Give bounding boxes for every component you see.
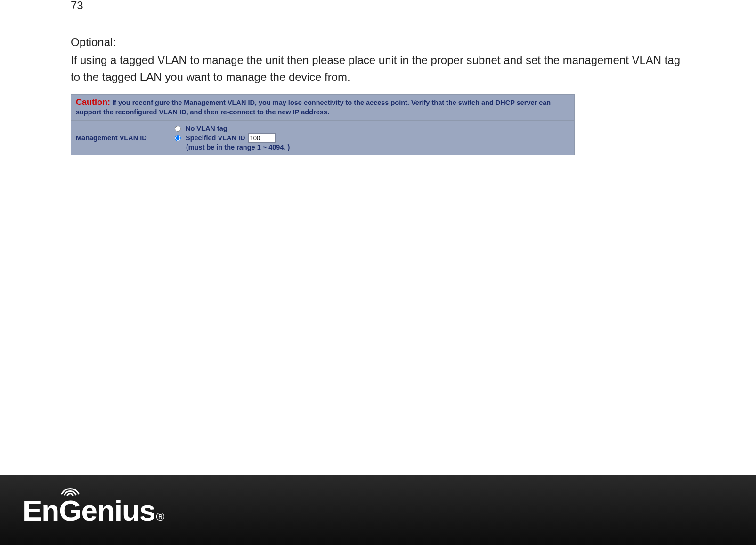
specified-vlan-radio[interactable] [175, 135, 181, 141]
logo-text-g: G [59, 494, 81, 527]
logo-text-en: En [23, 494, 59, 527]
caution-text: If you reconfigure the Management VLAN I… [76, 99, 551, 116]
specified-vlan-option[interactable]: Specified VLAN ID [175, 133, 569, 143]
no-vlan-tag-option[interactable]: No VLAN tag [175, 125, 569, 132]
engenius-logo: En G enius® [23, 494, 164, 527]
page-number: 73 [71, 0, 685, 11]
vlan-id-row: Management VLAN ID No VLAN tag Specified… [71, 121, 574, 155]
no-vlan-tag-label: No VLAN tag [186, 125, 228, 132]
footer-bar: En G enius® [0, 475, 756, 545]
body-text: If using a tagged VLAN to manage the uni… [71, 52, 685, 86]
vlan-id-row-label: Management VLAN ID [71, 121, 170, 155]
logo-text-enius: enius [81, 494, 155, 527]
vlan-settings-panel: Caution: If you reconfigure the Manageme… [71, 94, 575, 155]
vlan-id-row-inputs: No VLAN tag Specified VLAN ID (must be i… [170, 121, 574, 155]
registered-mark: ® [156, 510, 164, 523]
caution-label: Caution: [76, 97, 110, 107]
specified-vlan-input[interactable] [248, 133, 276, 143]
no-vlan-tag-radio[interactable] [175, 126, 181, 132]
logo-text-g-wrap: G [59, 494, 81, 527]
wifi-icon [60, 483, 81, 496]
vlan-range-hint: (must be in the range 1 ~ 4094. ) [186, 144, 569, 151]
optional-label: Optional: [71, 36, 685, 49]
caution-bar: Caution: If you reconfigure the Manageme… [71, 95, 574, 121]
specified-vlan-label: Specified VLAN ID [186, 134, 245, 142]
